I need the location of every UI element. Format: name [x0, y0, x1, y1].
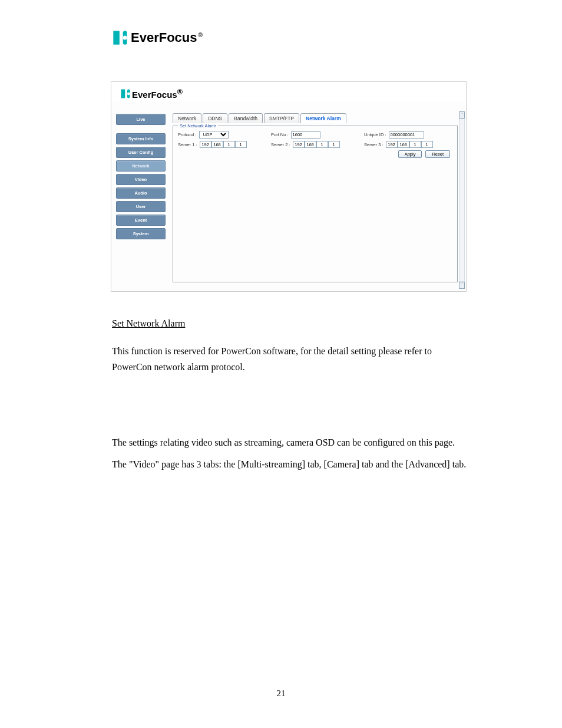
paragraph-2: The settings relating video such as stre… — [112, 434, 468, 450]
everfocus-logo-icon — [120, 88, 131, 99]
scroll-down-icon[interactable]: ˅ — [459, 282, 465, 289]
paragraph-1: This function is reserved for PowerCon s… — [112, 343, 468, 375]
server1-ip-oct1[interactable] — [200, 141, 211, 148]
server1-label: Server 1 : — [178, 142, 197, 147]
port-field: Port No : — [271, 131, 359, 139]
sidebar-item-network[interactable]: Network — [116, 160, 166, 172]
apply-button[interactable]: Apply — [398, 150, 422, 158]
server2-label: Server 2 : — [271, 142, 290, 147]
ui-logo: EverFocus® — [120, 88, 183, 100]
scroll-track[interactable] — [459, 118, 465, 282]
sidebar-item-user-config[interactable]: User Config — [116, 147, 166, 158]
protocol-label: Protocol : — [178, 132, 197, 137]
server2-ip-oct1[interactable] — [293, 141, 305, 148]
page-number: 21 — [0, 689, 562, 699]
svg-rect-5 — [125, 90, 127, 98]
svg-rect-0 — [113, 31, 120, 44]
fieldset-legend: Set Network Alarm — [178, 123, 218, 129]
unique-id-field: Unique ID : — [364, 131, 452, 139]
unique-id-label: Unique ID : — [364, 132, 386, 137]
server3-ip-oct4[interactable] — [421, 141, 433, 148]
svg-rect-4 — [121, 90, 125, 98]
protocol-select[interactable]: UDP — [199, 131, 229, 139]
tab-smtp-ftp[interactable]: SMTP/FTP — [264, 113, 299, 123]
page-brand: EverFocus® — [112, 29, 509, 46]
reset-button[interactable]: Reset — [425, 150, 450, 158]
svg-point-7 — [127, 93, 130, 95]
sidebar-item-video[interactable]: Video — [116, 174, 166, 185]
tab-bandwidth[interactable]: Bandwidth — [229, 113, 263, 123]
ui-header: EverFocus® — [111, 82, 466, 102]
tab-network[interactable]: Network — [173, 113, 201, 123]
tabs: Network DDNS Bandwidth SMTP/FTP Network … — [173, 111, 458, 123]
server1-ip-oct3[interactable] — [223, 141, 235, 148]
server3-ip-oct1[interactable] — [386, 141, 398, 148]
server1-ip-oct4[interactable] — [235, 141, 247, 148]
unique-id-input[interactable] — [389, 131, 424, 139]
scroll-up-icon[interactable]: ˄ — [459, 111, 465, 118]
server3-label: Server 3 : — [364, 142, 384, 147]
main-panel: Network DDNS Bandwidth SMTP/FTP Network … — [173, 111, 458, 282]
sidebar-item-user[interactable]: User — [116, 201, 166, 212]
sidebar-item-event[interactable]: Event — [116, 215, 166, 226]
server2-field: Server 2 : — [271, 141, 359, 148]
sidebar-item-system-info[interactable]: System Info — [116, 133, 166, 144]
server2-ip-oct4[interactable] — [328, 141, 340, 148]
subheading: Set Network Alarm — [112, 315, 468, 331]
server1-ip-oct2[interactable] — [211, 141, 223, 148]
server2-ip-oct3[interactable] — [316, 141, 328, 148]
port-label: Port No : — [271, 132, 289, 137]
sidebar: Live System Info User Config Network Vid… — [116, 114, 166, 239]
body-text: Set Network Alarm This function is reser… — [112, 315, 468, 472]
scrollbar[interactable]: ˄ ˅ — [459, 111, 465, 289]
server3-ip-oct2[interactable] — [398, 141, 409, 148]
sidebar-item-audio[interactable]: Audio — [116, 187, 166, 199]
sidebar-item-system[interactable]: System — [116, 228, 166, 239]
set-network-alarm-fieldset: Set Network Alarm Protocol : UDP Port No… — [173, 123, 458, 282]
brand-wordmark: EverFocus® — [131, 30, 203, 45]
paragraph-3: The "Video" page has 3 tabs: the [Multi-… — [112, 456, 468, 472]
server2-ip-oct2[interactable] — [305, 141, 316, 148]
protocol-field: Protocol : UDP — [178, 131, 266, 139]
network-alarm-screenshot: EverFocus® Live System Info User Config … — [111, 81, 467, 292]
server1-field: Server 1 : — [178, 141, 266, 148]
svg-rect-1 — [120, 31, 123, 44]
svg-point-3 — [123, 36, 127, 40]
tab-ddns[interactable]: DDNS — [203, 113, 227, 123]
server3-ip-oct3[interactable] — [409, 141, 421, 148]
port-input[interactable] — [291, 131, 320, 139]
server3-field: Server 3 : — [364, 141, 452, 148]
tab-network-alarm[interactable]: Network Alarm — [300, 113, 346, 123]
everfocus-logo-icon — [112, 29, 128, 46]
sidebar-item-live[interactable]: Live — [116, 114, 166, 125]
